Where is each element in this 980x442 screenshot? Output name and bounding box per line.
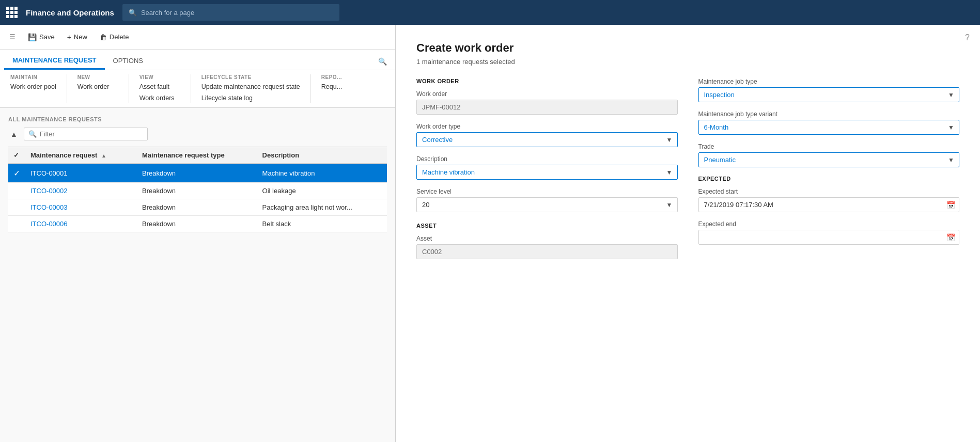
ribbon-section-title-maintain: MAINTAIN (10, 74, 56, 80)
search-bar[interactable]: 🔍 (122, 4, 339, 21)
expected-start-input[interactable] (698, 197, 960, 212)
table-header-description[interactable]: Description (257, 147, 387, 164)
hamburger-menu-button[interactable]: ☰ (4, 30, 21, 44)
ribbon-section-maintain: MAINTAIN Work order pool (0, 74, 67, 103)
tab-maintenance-request[interactable]: MAINTENANCE REQUEST (4, 52, 105, 70)
row-id-cell: ITCO-00006 (25, 216, 137, 232)
service-level-select-wrap: 20 10 30 ▼ (416, 197, 678, 212)
asset-input[interactable] (416, 244, 678, 259)
table-row[interactable]: ITCO-00002BreakdownOil leakage (8, 183, 387, 199)
panel-columns: WORK ORDER Work order Work order type Co… (416, 78, 959, 267)
trade-select[interactable]: Pneumatic Electrical Mechanical (698, 152, 960, 167)
work-order-type-select[interactable]: Corrective Preventive Inspection (416, 132, 678, 147)
search-input[interactable] (141, 9, 333, 17)
expected-end-date-wrap: 📅 (698, 230, 960, 245)
toolbar: ☰ 💾 Save + New 🗑 Delete (0, 25, 395, 50)
main-area: ☰ 💾 Save + New 🗑 Delete MAINTENANCE REQU… (0, 25, 980, 442)
tab-search-icon[interactable]: 🔍 (374, 53, 391, 70)
filter-row: ▲ 🔍 (8, 128, 387, 140)
filter-toggle-button[interactable]: ▲ (8, 128, 20, 140)
help-icon[interactable]: ? (965, 33, 970, 42)
row-id-link[interactable]: ITCO-00001 (30, 169, 68, 177)
table-row[interactable]: ✓ITCO-00001BreakdownMachine vibration (8, 164, 387, 183)
ribbon-link-requ[interactable]: Requ... (321, 82, 342, 91)
new-button[interactable]: + New (62, 30, 92, 44)
description-label: Description (416, 155, 678, 163)
job-type-variant-select-wrap: 6-Month 3-Month Annual ▼ (698, 120, 960, 135)
panel-col-right: Maintenance job type Inspection Preventi… (698, 78, 960, 267)
ribbon-items-maintain: Work order pool (10, 82, 56, 91)
ribbon-section-new: NEW Work order (67, 74, 129, 103)
asset-label: Asset (416, 235, 678, 242)
work-order-type-select-wrap: Corrective Preventive Inspection ▼ (416, 132, 678, 147)
row-id-link[interactable]: ITCO-00002 (30, 187, 68, 195)
job-type-select[interactable]: Inspection Preventive Corrective (698, 87, 960, 102)
tab-options[interactable]: OPTIONS (105, 53, 152, 70)
row-description-cell: Belt slack (257, 216, 387, 232)
work-order-section-title: WORK ORDER (416, 78, 678, 84)
work-order-type-label: Work order type (416, 123, 678, 130)
job-type-variant-select[interactable]: 6-Month 3-Month Annual (698, 120, 960, 135)
row-id-cell: ITCO-00002 (25, 183, 137, 199)
ribbon-link-work-order-pool[interactable]: Work order pool (10, 82, 56, 91)
filter-search-icon: 🔍 (28, 130, 37, 138)
ribbon-section-lifecycle: LIFECYCLE STATE Update maintenance reque… (191, 74, 311, 103)
service-level-label: Service level (416, 188, 678, 195)
row-type-link[interactable]: Breakdown (142, 169, 176, 177)
row-id-link[interactable]: ITCO-00003 (30, 203, 68, 211)
tab-bar: MAINTENANCE REQUEST OPTIONS 🔍 (0, 50, 395, 70)
ribbon-section-repo: REPO... Requ... (311, 74, 373, 103)
expected-start-field: Expected start 📅 (698, 188, 960, 212)
panel-title: Create work order (416, 41, 959, 55)
trade-select-wrap: Pneumatic Electrical Mechanical ▼ (698, 152, 960, 167)
ribbon-items-repo: Requ... (321, 82, 363, 91)
expected-start-date-wrap: 📅 (698, 197, 960, 212)
ribbon-items-view: Asset fault Work orders (139, 82, 180, 103)
row-id-link[interactable]: ITCO-00006 (30, 220, 68, 228)
table-row[interactable]: ITCO-00003BreakdownPackaging area light … (8, 199, 387, 216)
row-type-cell: Breakdown (137, 199, 257, 216)
table-header-checkbox: ✓ (8, 147, 25, 164)
right-panel: ? Create work order 1 maintenance reques… (395, 25, 980, 442)
ribbon-section-title-view: VIEW (139, 74, 180, 80)
table-row[interactable]: ITCO-00006BreakdownBelt slack (8, 216, 387, 232)
filter-input-wrap[interactable]: 🔍 (24, 128, 148, 140)
service-level-select[interactable]: 20 10 30 (416, 197, 678, 212)
row-id-cell: ITCO-00003 (25, 199, 137, 216)
search-icon: 🔍 (129, 9, 137, 17)
row-checkbox-cell (8, 183, 25, 199)
ribbon-link-work-order[interactable]: Work order (77, 82, 110, 91)
ribbon-link-update-state[interactable]: Update maintenance request state (201, 82, 300, 91)
description-select[interactable]: Machine vibration Oil leakage Belt slack (416, 165, 678, 180)
description-field: Description Machine vibration Oil leakag… (416, 155, 678, 180)
top-navigation: Finance and Operations 🔍 (0, 0, 980, 25)
row-type-cell: Breakdown (137, 216, 257, 232)
ribbon-link-asset-fault[interactable]: Asset fault (139, 82, 180, 91)
save-icon: 💾 (28, 33, 37, 41)
row-id-cell: ITCO-00001 (25, 164, 137, 183)
ribbon-link-lifecycle-log[interactable]: Lifecycle state log (201, 93, 300, 103)
expected-end-calendar-icon[interactable]: 📅 (946, 233, 955, 242)
ribbon: MAINTAIN Work order pool NEW Work order … (0, 70, 395, 108)
job-type-label: Maintenance job type (698, 78, 960, 85)
app-grid-icon[interactable] (6, 7, 18, 18)
asset-section-title: ASSET (416, 223, 678, 229)
job-type-variant-label: Maintenance job type variant (698, 110, 960, 118)
row-description-cell: Machine vibration (257, 164, 387, 183)
row-check-icon: ✓ (13, 169, 20, 178)
maintenance-requests-table: ✓ Maintenance request ▲ Maintenance requ… (8, 147, 387, 232)
save-button[interactable]: 💾 Save (23, 30, 60, 44)
table-header-type[interactable]: Maintenance request type (137, 147, 257, 164)
row-description-cell: Packaging area light not wor... (257, 199, 387, 216)
description-select-wrap: Machine vibration Oil leakage Belt slack… (416, 165, 678, 180)
expected-section-title: EXPECTED (698, 176, 960, 182)
ribbon-link-work-orders[interactable]: Work orders (139, 93, 180, 103)
job-type-variant-field: Maintenance job type variant 6-Month 3-M… (698, 110, 960, 135)
expected-start-calendar-icon[interactable]: 📅 (946, 201, 955, 209)
table-header-request[interactable]: Maintenance request ▲ (25, 147, 137, 164)
delete-button[interactable]: 🗑 Delete (95, 30, 134, 44)
ribbon-items-lifecycle: Update maintenance request state Lifecyc… (201, 82, 300, 103)
work-order-input[interactable] (416, 100, 678, 115)
filter-input[interactable] (40, 130, 143, 138)
expected-end-input[interactable] (698, 230, 960, 245)
